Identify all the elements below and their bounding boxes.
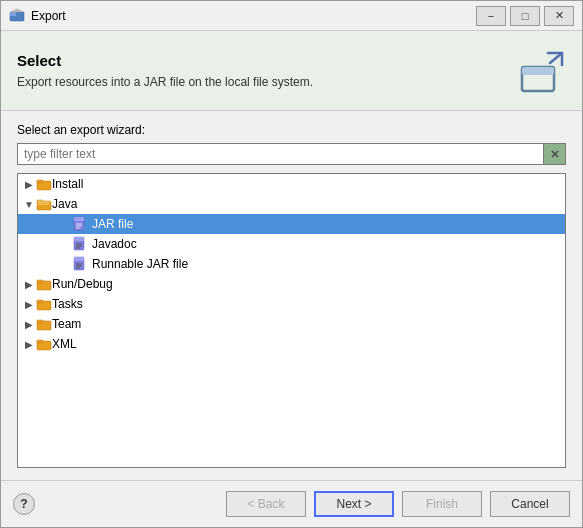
restore-button[interactable]: □ <box>510 6 540 26</box>
help-button[interactable]: ? <box>13 493 35 515</box>
list-item[interactable]: ▶ Install <box>18 174 565 194</box>
expand-icon[interactable]: ▶ <box>22 317 36 331</box>
minimize-button[interactable]: − <box>476 6 506 26</box>
filter-input[interactable] <box>17 143 544 165</box>
item-label: Javadoc <box>92 237 137 251</box>
item-label: XML <box>52 337 77 351</box>
javadoc-icon <box>72 236 88 252</box>
content-area: Select an export wizard: ▶ <box>1 111 582 480</box>
list-item[interactable]: ▶ Team <box>18 314 565 334</box>
list-item[interactable]: ▶ XML <box>18 334 565 354</box>
list-item[interactable]: ▶ Run/Debug <box>18 274 565 294</box>
folder-icon <box>36 336 52 352</box>
expand-icon[interactable]: ▶ <box>22 277 36 291</box>
svg-rect-28 <box>74 257 84 261</box>
filter-label: Select an export wizard: <box>17 123 566 137</box>
list-item[interactable]: JAR file <box>18 214 565 234</box>
header-title: Select <box>17 52 518 69</box>
folder-icon <box>36 176 52 192</box>
item-label: Java <box>52 197 77 211</box>
svg-rect-1 <box>10 12 16 16</box>
item-label: Team <box>52 317 81 331</box>
back-button[interactable]: < Back <box>226 491 306 517</box>
item-label: Runnable JAR file <box>92 257 188 271</box>
item-label: Install <box>52 177 83 191</box>
cancel-button[interactable]: Cancel <box>490 491 570 517</box>
item-label: Run/Debug <box>52 277 113 291</box>
header-text: Select Export resources into a JAR file … <box>17 52 518 89</box>
expand-icon[interactable]: ▶ <box>22 177 36 191</box>
next-button[interactable]: Next > <box>314 491 394 517</box>
svg-rect-4 <box>522 67 554 75</box>
window-controls: − □ ✕ <box>476 6 574 26</box>
collapse-icon[interactable]: ▼ <box>22 197 36 211</box>
expand-icon[interactable]: ▶ <box>22 297 36 311</box>
svg-rect-39 <box>37 340 43 343</box>
item-label: JAR file <box>92 217 133 231</box>
folder-open-icon <box>36 196 52 212</box>
footer: ? < Back Next > Finish Cancel <box>1 480 582 527</box>
list-item[interactable]: ▼ Java <box>18 194 565 214</box>
title-bar: Export − □ ✕ <box>1 1 582 31</box>
runnable-jar-icon <box>72 256 88 272</box>
finish-button[interactable]: Finish <box>402 491 482 517</box>
svg-rect-37 <box>37 320 43 323</box>
header-panel: Select Export resources into a JAR file … <box>1 31 582 111</box>
svg-marker-2 <box>11 9 23 12</box>
svg-rect-23 <box>74 237 84 241</box>
window-title: Export <box>31 9 476 23</box>
export-icon <box>518 47 566 95</box>
svg-rect-33 <box>37 280 43 283</box>
expand-icon[interactable]: ▶ <box>22 337 36 351</box>
jar-file-icon <box>72 216 88 232</box>
svg-line-7 <box>550 53 562 63</box>
close-button[interactable]: ✕ <box>544 6 574 26</box>
folder-icon <box>36 296 52 312</box>
folder-icon <box>36 316 52 332</box>
item-label: Tasks <box>52 297 83 311</box>
list-item[interactable]: Runnable JAR file <box>18 254 565 274</box>
svg-marker-16 <box>37 201 51 205</box>
svg-rect-13 <box>37 180 43 183</box>
list-item[interactable]: Javadoc <box>18 234 565 254</box>
filter-clear-button[interactable] <box>544 143 566 165</box>
no-toggle <box>58 237 72 251</box>
svg-rect-35 <box>37 300 43 303</box>
no-toggle <box>58 257 72 271</box>
export-window: Export − □ ✕ Select Export resources int… <box>0 0 583 528</box>
list-item[interactable]: ▶ Tasks <box>18 294 565 314</box>
tree-scroll[interactable]: ▶ Install ▼ Java <box>18 174 565 467</box>
tree-container: ▶ Install ▼ Java <box>17 173 566 468</box>
svg-rect-18 <box>74 217 84 221</box>
header-subtitle: Export resources into a JAR file on the … <box>17 75 518 89</box>
folder-icon <box>36 276 52 292</box>
filter-row <box>17 143 566 165</box>
no-toggle <box>58 217 72 231</box>
window-icon <box>9 8 25 24</box>
